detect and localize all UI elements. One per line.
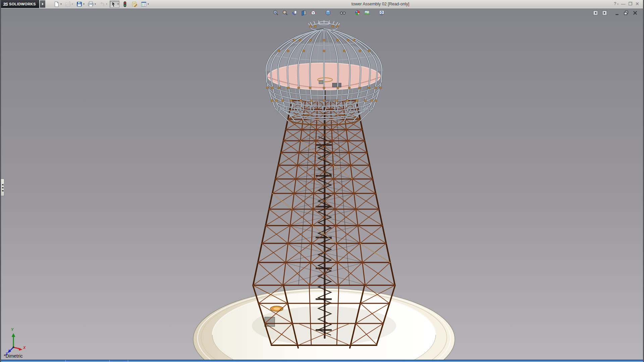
rebuild-button[interactable] [121, 1, 129, 8]
undo-dropdown-arrow[interactable]: ▾ [106, 3, 107, 5]
file-properties-icon [131, 1, 138, 7]
view-settings-button[interactable] [378, 9, 385, 16]
hide-show-items-icon [340, 10, 346, 16]
zoom-to-fit-button[interactable] [272, 9, 279, 16]
hide-show-items-button[interactable] [339, 9, 346, 16]
options-icon [141, 1, 147, 7]
collapse-arrow-icon: ◀ [2, 186, 3, 189]
zoom-to-area-button[interactable] [281, 9, 289, 16]
next-window-button[interactable] [601, 9, 608, 16]
triad-x-label: X [23, 346, 25, 350]
open-document-button[interactable]: ▾ [64, 1, 74, 8]
next-window-icon [602, 10, 607, 15]
edit-appearance-icon [355, 10, 361, 16]
apply-scene-button[interactable] [363, 9, 371, 16]
minimize-document-button[interactable] [614, 9, 620, 16]
document-window-controls [592, 9, 638, 16]
restore-document-icon [624, 10, 629, 15]
new-document-button[interactable]: ▾ [53, 1, 62, 8]
select-button[interactable]: ▾ [110, 1, 119, 8]
solidworks-logo: 3S SOLIDWORKS [1, 0, 39, 8]
featuremanager-collapsed-tab[interactable]: ◀ ◀ ◀ [1, 179, 4, 196]
section-view-button[interactable] [300, 9, 308, 16]
triad-z-label: Z [5, 352, 8, 356]
minimize-window-button[interactable]: — [621, 1, 626, 7]
restore-document-button[interactable] [623, 9, 629, 16]
title-area: tower Assembly 02 [Read-only] [150, 2, 611, 6]
titlebar-controls: ? ▾—❐✕ [614, 0, 640, 8]
options-dropdown-arrow[interactable]: ▾ [148, 3, 149, 5]
section-view-icon [301, 10, 307, 16]
menu-flyout-arrow[interactable] [40, 0, 45, 8]
status-bar [1, 360, 643, 362]
triad-y-label: Y [11, 327, 13, 331]
open-document-dropdown-arrow[interactable]: ▾ [72, 3, 73, 5]
print-button[interactable]: ▾ [87, 1, 97, 8]
headsup-view-toolbar [272, 9, 385, 16]
close-window-button[interactable]: ✕ [635, 1, 640, 7]
display-style-button[interactable] [324, 9, 332, 16]
help-dropdown-arrow[interactable]: ▾ [616, 3, 619, 6]
minimize-document-icon [614, 10, 620, 15]
zoom-to-area-icon [282, 10, 288, 16]
main-toolbar: ▾▾▾▾▾▾▾ [53, 1, 150, 8]
view-orientation-icon [310, 10, 316, 16]
save-button[interactable]: ▾ [75, 1, 85, 8]
display-style-icon [325, 10, 331, 16]
apply-scene-icon [364, 10, 370, 16]
title-bar: 3S SOLIDWORKS ▾▾▾▾▾▾▾ tower Assembly 02 … [1, 0, 643, 8]
rebuild-icon [122, 1, 128, 7]
statusbar-divider [65, 360, 66, 362]
view-settings-icon [379, 10, 385, 16]
close-document-icon [633, 10, 638, 15]
zoom-to-fit-icon [273, 10, 279, 16]
select-icon [110, 1, 117, 7]
document-title: tower Assembly 02 [Read-only] [352, 2, 409, 6]
save-dropdown-arrow[interactable]: ▾ [83, 3, 85, 5]
statusbar-divider [109, 360, 110, 362]
new-document-icon [53, 1, 60, 7]
brand-label: SOLIDWORKS [9, 2, 36, 6]
new-document-dropdown-arrow[interactable]: ▾ [60, 3, 62, 5]
print-dropdown-arrow[interactable]: ▾ [95, 3, 96, 5]
view-orientation-button[interactable] [310, 9, 317, 16]
print-icon [88, 1, 94, 7]
statusbar-divider [128, 360, 128, 362]
options-button[interactable]: ▾ [140, 1, 150, 8]
collapse-arrow-icon: ◀ [2, 189, 3, 192]
solidworks-window: 3S SOLIDWORKS ▾▾▾▾▾▾▾ tower Assembly 02 … [0, 0, 644, 362]
save-icon [76, 1, 83, 7]
select-dropdown-arrow[interactable]: ▾ [117, 3, 119, 5]
collapse-arrow-icon: ◀ [2, 183, 3, 186]
undo-icon [99, 1, 105, 7]
previous-view-button[interactable] [291, 9, 298, 16]
ds-logo-mark: 3S [3, 2, 8, 7]
file-properties-button[interactable] [130, 1, 138, 8]
open-document-icon [65, 1, 71, 7]
previous-window-button[interactable] [592, 9, 599, 16]
previous-window-icon [593, 10, 598, 15]
close-document-button[interactable] [632, 9, 638, 16]
help-button[interactable]: ? ▾ [614, 0, 619, 8]
previous-view-icon [291, 10, 298, 16]
undo-button[interactable]: ▾ [98, 1, 108, 8]
edit-appearance-button[interactable] [354, 9, 361, 16]
restore-window-button[interactable]: ❐ [628, 1, 633, 7]
model-viewport[interactable] [1, 0, 643, 362]
